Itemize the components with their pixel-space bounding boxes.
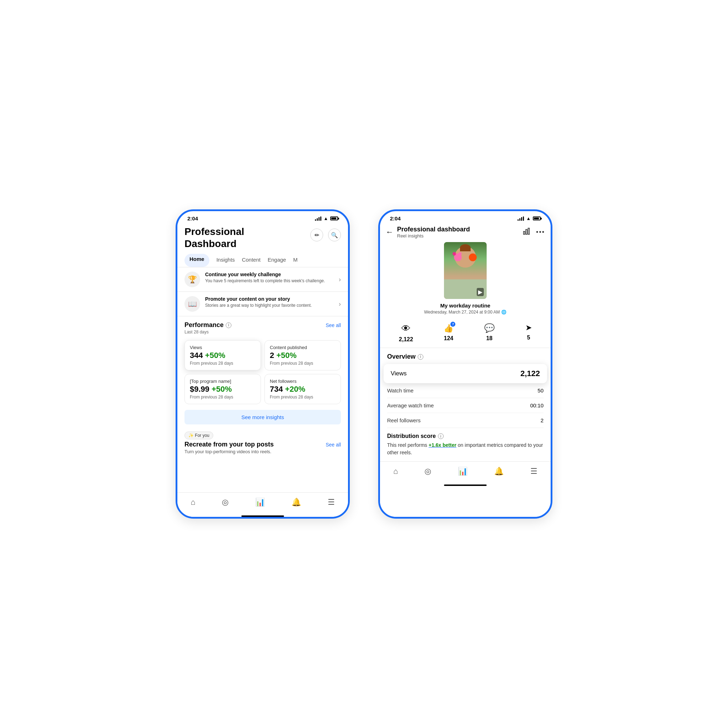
nav-dashboard[interactable]: 📊 <box>251 496 269 508</box>
left-screen: ProfessionalDashboard ✏ 🔍 Home Insights … <box>177 223 348 517</box>
distribution-text: This reel performs +1.6x better on impor… <box>387 442 543 456</box>
chevron-right-icon: › <box>339 276 341 283</box>
tab-content[interactable]: Content <box>242 254 260 267</box>
performance-subtitle: Last 28 days <box>177 329 348 338</box>
tab-more[interactable]: M <box>293 254 298 267</box>
nav-notifications[interactable]: 🔔 <box>287 496 305 508</box>
notifications-icon-right: 🔔 <box>494 467 504 476</box>
reel-followers-label: Reel followers <box>387 418 421 424</box>
content-stat-card: Content published 2 +50% From previous 2… <box>265 340 341 370</box>
wifi-icon: ▲ <box>323 216 328 221</box>
more-options-button[interactable]: ••• <box>536 229 545 236</box>
back-button[interactable]: ← <box>386 228 393 237</box>
shares-stat: ➤ 5 <box>525 323 532 343</box>
battery-icon-right <box>533 217 541 220</box>
reel-followers-value: 2 <box>541 418 543 424</box>
tab-insights[interactable]: Insights <box>217 254 235 267</box>
see-more-insights-button[interactable]: See more insights <box>185 410 341 424</box>
chevron-right-icon-2: › <box>339 300 341 308</box>
program-change: +50% <box>211 385 232 393</box>
eye-icon: 👁 <box>401 323 411 334</box>
nav-home-right[interactable]: ⌂ <box>389 465 402 477</box>
nav-profile-right[interactable]: ◎ <box>420 465 436 477</box>
edit-icon: ✏ <box>315 232 319 239</box>
nav-menu-right[interactable]: ☰ <box>526 465 542 477</box>
nav-profile[interactable]: ◎ <box>217 496 233 508</box>
svg-rect-2 <box>528 228 530 234</box>
views-change: +50% <box>205 351 225 360</box>
header-icons: ✏ 🔍 <box>310 229 341 242</box>
followers-prev: From previous 28 days <box>270 395 336 399</box>
reel-date: Wednesday, March 27, 2024 at 9:00 AM 🌐 <box>424 310 506 315</box>
distribution-section: Distribution score i This reel performs … <box>380 428 551 461</box>
dashboard-icon-right: 📊 <box>458 467 468 476</box>
chart-button[interactable] <box>523 228 530 237</box>
signal-icon <box>315 217 321 221</box>
globe-icon: 🌐 <box>501 310 506 315</box>
search-icon: 🔍 <box>331 232 338 239</box>
comments-count: 18 <box>486 335 492 342</box>
overview-info-icon: i <box>418 354 424 360</box>
right-phone: 2:04 ▲ ← Professional dashboard Reel ins… <box>378 210 552 518</box>
nav-menu[interactable]: ☰ <box>323 496 339 508</box>
content-label: Content published <box>270 345 336 350</box>
recreate-see-all[interactable]: See all <box>326 442 341 448</box>
back-title: Professional dashboard <box>397 226 519 233</box>
promote-desc: Stories are a great way to highlight you… <box>205 303 334 309</box>
search-button[interactable]: 🔍 <box>328 229 341 242</box>
followers-value: 734 +20% <box>270 385 336 394</box>
nav-notifications-right[interactable]: 🔔 <box>490 465 508 477</box>
views-count: 2,122 <box>399 336 413 343</box>
stats-grid: Views 344 +50% From previous 28 days Con… <box>177 338 348 406</box>
content-area: 🏆 Continue your weekly challenge You hav… <box>177 267 348 492</box>
content-change: +50% <box>276 351 297 360</box>
comment-icon: 💬 <box>484 323 495 333</box>
performance-see-all[interactable]: See all <box>326 323 341 328</box>
recreate-title: Recreate from your top posts <box>185 441 274 448</box>
challenge-item[interactable]: 🏆 Continue your weekly challenge You hav… <box>177 267 348 292</box>
play-icon: ▶ <box>477 288 484 296</box>
tab-home[interactable]: Home <box>185 254 210 267</box>
metrics-list: Watch time 50 Average watch time 00:10 R… <box>380 383 551 428</box>
shares-count: 5 <box>527 335 530 341</box>
likes-stat: 👍 7 124 <box>444 323 453 343</box>
tab-engage[interactable]: Engage <box>268 254 286 267</box>
promote-item[interactable]: 📖 Promote your content on your story Sto… <box>177 292 348 317</box>
challenge-title: Continue your weekly challenge <box>205 272 334 277</box>
avg-watch-label: Average watch time <box>387 402 434 408</box>
bottom-nav-right: ⌂ ◎ 📊 🔔 ☰ <box>380 461 551 482</box>
like-icon: 👍 7 <box>444 323 453 333</box>
avg-watch-row: Average watch time 00:10 <box>387 398 543 413</box>
page-title: ProfessionalDashboard <box>185 226 244 249</box>
nav-home[interactable]: ⌂ <box>186 496 199 508</box>
overview-section: Overview i <box>380 348 551 361</box>
svg-rect-1 <box>526 229 527 234</box>
notifications-icon: 🔔 <box>292 498 301 507</box>
distribution-highlight: +1.6x better <box>429 442 456 448</box>
views-label: Views <box>190 345 255 350</box>
program-value: $9.99 +50% <box>190 385 255 394</box>
distribution-info-icon: i <box>438 433 444 439</box>
back-subtitle: Reel insights <box>397 233 519 239</box>
views-prev: From previous 28 days <box>190 361 255 366</box>
program-stat-card: [Top program name] $9.99 +50% From previ… <box>185 374 261 404</box>
nav-dashboard-right[interactable]: 📊 <box>454 465 472 477</box>
reel-preview: ▶ My workday routine Wednesday, March 27… <box>380 242 551 318</box>
time-left: 2:04 <box>187 216 198 222</box>
followers-stat-card: Net followers 734 +20% From previous 28 … <box>265 374 341 404</box>
status-bar-right: 2:04 ▲ <box>380 211 551 223</box>
challenge-desc: You have 5 requirements left to complete… <box>205 278 334 284</box>
content-prev: From previous 28 days <box>270 361 336 366</box>
followers-label: Net followers <box>270 379 336 384</box>
menu-icon-right: ☰ <box>530 467 537 476</box>
comments-stat: 💬 18 <box>484 323 495 343</box>
home-icon-right: ⌂ <box>393 467 398 476</box>
program-label: [Top program name] <box>190 379 255 384</box>
share-icon: ➤ <box>525 323 532 332</box>
avg-watch-value: 00:10 <box>530 402 543 408</box>
time-right: 2:04 <box>390 216 401 222</box>
signal-icon-right <box>518 217 524 221</box>
page-header: ProfessionalDashboard ✏ 🔍 <box>177 223 348 254</box>
performance-header: Performance i See all <box>177 317 348 329</box>
edit-button[interactable]: ✏ <box>310 229 323 242</box>
